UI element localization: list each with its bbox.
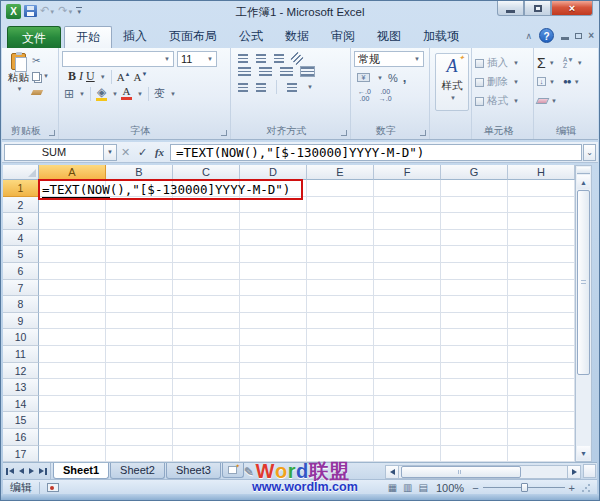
first-sheet-icon[interactable] [6,468,14,475]
sheet-tab-sheet2[interactable]: Sheet2 [110,463,165,479]
cell-D6[interactable] [240,263,307,280]
cell-F16[interactable] [374,429,441,446]
cell-C17[interactable] [173,446,240,463]
cell-H8[interactable] [508,296,575,313]
cell-E4[interactable] [307,230,374,247]
cell-A5[interactable] [39,246,106,263]
close-button[interactable]: × [551,1,593,16]
alignment-dialog-launcher[interactable] [341,130,347,136]
top-align-icon[interactable] [238,54,248,63]
macro-record-icon[interactable] [47,483,59,492]
cell-H13[interactable] [508,379,575,396]
cell-D10[interactable] [240,329,307,346]
cell-F17[interactable] [374,446,441,463]
cell-E3[interactable] [307,213,374,230]
vertical-scrollbar-thumb[interactable] [577,190,590,375]
cell-A8[interactable] [39,296,106,313]
page-break-view-icon[interactable]: ▤ [419,483,428,493]
cell-B10[interactable] [106,329,173,346]
cell-F2[interactable] [374,197,441,214]
minimize-button[interactable] [497,1,524,16]
name-box-dropdown-icon[interactable]: ▼ [104,144,117,161]
cell-A4[interactable] [39,230,106,247]
cell-H10[interactable] [508,329,575,346]
merge-center-icon[interactable] [301,67,314,76]
cell-E6[interactable] [307,263,374,280]
cell-B17[interactable] [106,446,173,463]
delete-cells-button[interactable]: 删除▼ [475,75,531,89]
percent-style-button[interactable]: % [388,72,398,84]
cell-E13[interactable] [307,379,374,396]
cell-D5[interactable] [240,246,307,263]
cell-D16[interactable] [240,429,307,446]
zoom-out-icon[interactable]: − [472,483,478,493]
column-header-E[interactable]: E [307,165,374,180]
scroll-up-icon[interactable]: ▲ [577,175,590,189]
cell-C15[interactable] [173,412,240,429]
cell-F7[interactable] [374,280,441,297]
align-center-icon[interactable] [259,67,272,76]
italic-button[interactable]: I [79,69,83,84]
cell-B16[interactable] [106,429,173,446]
column-header-A[interactable]: A [39,165,106,180]
collapse-ribbon-icon[interactable]: ∧ [526,31,533,41]
cell-A13[interactable] [39,379,106,396]
cell-C6[interactable] [173,263,240,280]
ribbon-tab-data[interactable]: 数据 [274,26,320,48]
vertical-scrollbar[interactable]: ▲ ▼ [575,165,592,462]
horizontal-scrollbar[interactable] [385,464,581,479]
cell-E15[interactable] [307,412,374,429]
cell-D11[interactable] [240,346,307,363]
cell-C4[interactable] [173,230,240,247]
cell-E7[interactable] [307,280,374,297]
cell-A3[interactable] [39,213,106,230]
cell-G11[interactable] [441,346,508,363]
cell-C11[interactable] [173,346,240,363]
row-header-7[interactable]: 7 [3,280,39,297]
cell-F14[interactable] [374,396,441,413]
sheet-tab-sheet3[interactable]: Sheet3 [166,463,221,479]
cell-D14[interactable] [240,396,307,413]
cell-E14[interactable] [307,396,374,413]
cell-G7[interactable] [441,280,508,297]
cell-H12[interactable] [508,363,575,380]
cell-A7[interactable] [39,280,106,297]
cell-E2[interactable] [307,197,374,214]
cell-B12[interactable] [106,363,173,380]
cell-G15[interactable] [441,412,508,429]
cell-A12[interactable] [39,363,106,380]
scroll-left-icon[interactable] [385,465,399,479]
insert-cells-button[interactable]: 插入▼ [475,56,531,70]
zoom-slider-thumb[interactable] [521,483,528,492]
cell-B5[interactable] [106,246,173,263]
cell-A6[interactable] [39,263,106,280]
cell-H6[interactable] [508,263,575,280]
cell-E5[interactable] [307,246,374,263]
cell-G13[interactable] [441,379,508,396]
insert-worksheet-tab[interactable] [222,463,244,478]
column-header-H[interactable]: H [508,165,575,180]
ribbon-tab-review[interactable]: 审阅 [320,26,366,48]
cell-D12[interactable] [240,363,307,380]
cell-F9[interactable] [374,313,441,330]
column-header-G[interactable]: G [441,165,508,180]
enter-button[interactable]: ✓ [134,144,151,161]
row-header-10[interactable]: 10 [3,329,39,346]
cell-D15[interactable] [240,412,307,429]
cell-E11[interactable] [307,346,374,363]
grow-font-button[interactable]: A▲ [117,71,131,83]
phonetic-guide-button[interactable]: 变 [154,86,165,101]
cell-E1[interactable] [307,180,374,197]
cell-G16[interactable] [441,429,508,446]
cell-E16[interactable] [307,429,374,446]
cell-C9[interactable] [173,313,240,330]
copy-button[interactable]: ▼ [32,69,49,83]
row-header-3[interactable]: 3 [3,213,39,230]
column-header-F[interactable]: F [374,165,441,180]
row-header-8[interactable]: 8 [3,296,39,313]
row-header-12[interactable]: 12 [3,363,39,380]
ribbon-tab-add-ins[interactable]: 加载项 [412,26,470,48]
format-painter-button[interactable] [32,85,49,99]
cell-A10[interactable] [39,329,106,346]
row-header-2[interactable]: 2 [3,197,39,214]
